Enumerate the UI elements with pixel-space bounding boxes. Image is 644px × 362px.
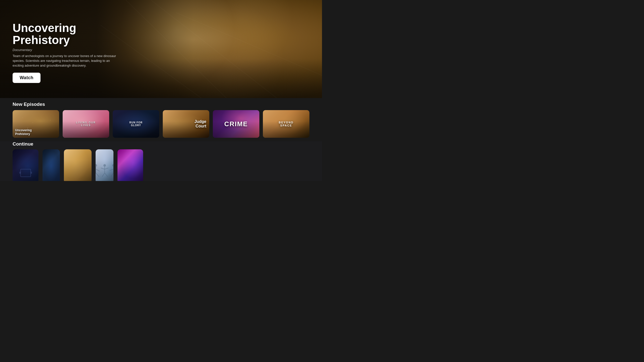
svg-point-25 xyxy=(112,164,114,167)
cc3-overlay xyxy=(64,149,92,181)
svg-line-21 xyxy=(101,168,105,169)
continue-item-cyber: Cyber Crimewave xyxy=(13,149,38,181)
continue-card-dance[interactable] xyxy=(96,149,114,181)
svg-line-16 xyxy=(96,169,100,171)
svg-point-19 xyxy=(103,164,106,167)
svg-line-30 xyxy=(113,173,114,177)
svg-point-9 xyxy=(58,130,58,130)
continue-item-ambulance: Ambulance service xyxy=(64,149,92,181)
episodes-row: UncoveringPrehistory LIVING OUR LIVES RU… xyxy=(13,110,309,138)
svg-point-4 xyxy=(22,117,23,118)
episode-card-run[interactable]: RUN FOR GLORY xyxy=(113,110,159,138)
svg-line-24 xyxy=(105,173,108,177)
episode-card-beyond[interactable]: BEYOND SPACE xyxy=(263,110,309,138)
continue-item-dance: Dance Hype xyxy=(96,149,114,181)
hero-title: Uncovering Prehistory xyxy=(13,22,118,46)
continue-row: Cyber Crimewave Team Force Ambulance ser… xyxy=(13,149,309,181)
svg-rect-10 xyxy=(21,169,31,177)
svg-point-6 xyxy=(43,115,43,115)
svg-line-27 xyxy=(110,169,113,170)
svg-point-8 xyxy=(50,120,51,121)
episode-card-living[interactable]: LIVING OUR LIVES xyxy=(63,110,109,138)
svg-line-29 xyxy=(111,173,113,177)
svg-line-22 xyxy=(105,168,108,169)
hero-description: Team of archeologists on a journey to un… xyxy=(13,54,118,68)
episode-card-judge[interactable]: JudgeCourt xyxy=(163,110,209,138)
episode-card-crime[interactable]: CRIME xyxy=(213,110,259,138)
episode-card-uncovering[interactable]: UncoveringPrehistory xyxy=(13,110,59,138)
svg-rect-11 xyxy=(19,172,21,174)
cc1-decoration xyxy=(18,165,33,180)
ep6-label: BEYOND SPACE xyxy=(274,121,298,127)
watch-button[interactable]: Watch xyxy=(13,73,41,83)
continue-card-cyber[interactable] xyxy=(13,149,38,181)
ep1-label: UncoveringPrehistory xyxy=(15,128,32,136)
cc4-dancers xyxy=(96,162,114,179)
hero-content: Uncovering Prehistory Documentary Team o… xyxy=(13,22,118,83)
svg-rect-12 xyxy=(30,172,32,174)
svg-line-18 xyxy=(96,173,99,177)
continue-card-john[interactable] xyxy=(117,149,143,181)
continue-section: Continue Cyber Crimewave Team Force xyxy=(0,141,322,181)
svg-point-13 xyxy=(96,164,97,167)
new-episodes-section: New Episodes UncoveringPrehistory LIVING… xyxy=(0,102,322,138)
continue-item-team: Team Force xyxy=(43,149,60,181)
continue-title: Continue xyxy=(13,141,309,147)
continue-item-john: John Smith Show xyxy=(117,149,143,181)
ep3-label: RUN FOR GLORY xyxy=(124,121,148,127)
svg-point-7 xyxy=(27,127,28,128)
svg-line-23 xyxy=(102,173,105,177)
cc5-overlay xyxy=(117,149,143,181)
hero-section: Uncovering Prehistory Documentary Team o… xyxy=(0,0,322,98)
continue-card-team[interactable] xyxy=(43,149,60,181)
ep2-label: LIVING OUR LIVES xyxy=(74,121,98,127)
new-episodes-title: New Episodes xyxy=(13,102,309,107)
hero-genre: Documentary xyxy=(13,48,118,52)
svg-point-5 xyxy=(32,122,33,123)
ep5-label: CRIME xyxy=(224,120,248,128)
continue-card-ambulance[interactable] xyxy=(64,149,92,181)
ep4-label: JudgeCourt xyxy=(194,119,206,129)
svg-line-17 xyxy=(96,173,96,177)
cc2-overlay xyxy=(43,149,60,181)
